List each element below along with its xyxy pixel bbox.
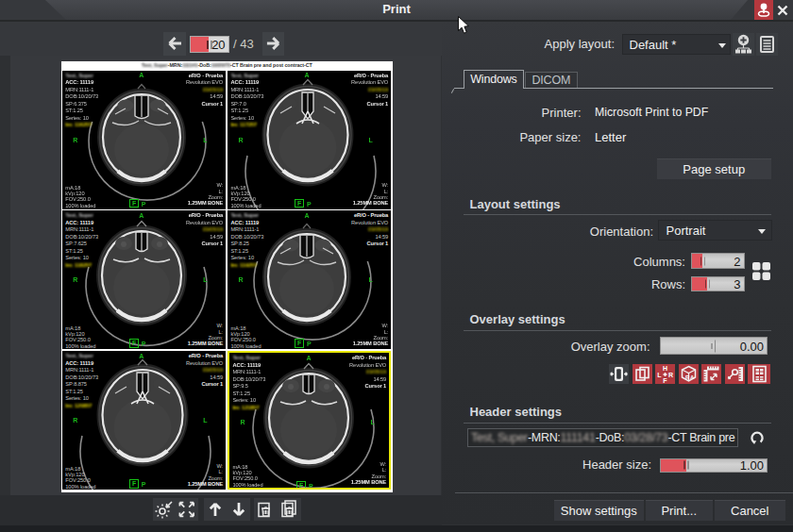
svg-text:R: R: [668, 371, 673, 377]
svg-text:F: F: [663, 377, 667, 384]
svg-text:A: A: [690, 374, 695, 380]
svg-text:H: H: [663, 365, 667, 372]
svg-text:L: L: [657, 371, 662, 377]
